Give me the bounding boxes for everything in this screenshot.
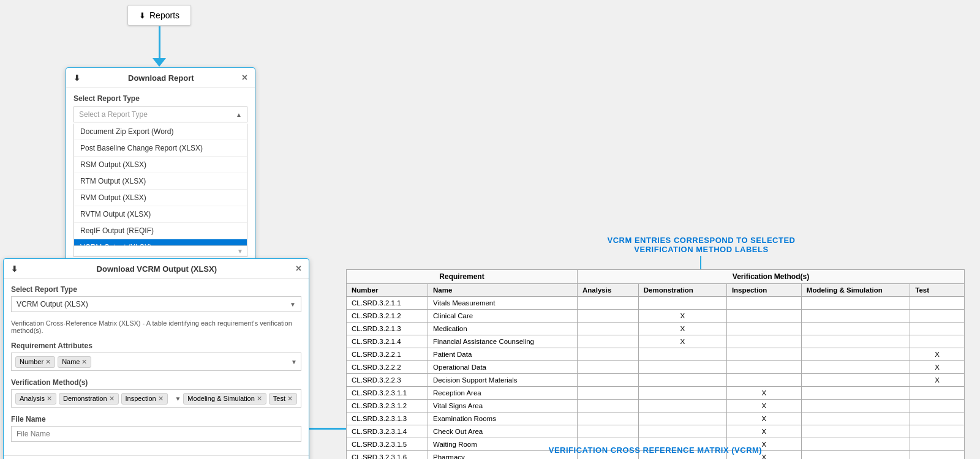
ver-tag-demonstration-remove[interactable]: ✕ <box>109 395 115 403</box>
dropdown-item-5[interactable]: RVTM Output (XLSX) <box>74 206 247 223</box>
download-report-dialog: ⬇ Download Report × Select Report Type S… <box>66 67 255 264</box>
cell-test-4: X <box>910 348 965 361</box>
ver-tag-inspection[interactable]: Inspection ✕ <box>121 393 168 405</box>
cell-analysis-7 <box>577 387 638 400</box>
vcrm-annotation-top: VCRM ENTRIES CORRESPOND TO SELECTED VERI… <box>564 236 839 254</box>
cell-test-9 <box>910 412 965 425</box>
cell-number-2: CL.SRD.3.2.1.3 <box>347 323 428 335</box>
req-tag-name-remove[interactable]: ✕ <box>81 358 87 366</box>
header-verification: Verification Method(s) <box>577 270 964 284</box>
cell-name-8: Vital Signs Area <box>428 400 578 412</box>
cell-modeling-6 <box>801 374 910 387</box>
cell-inspection-0 <box>726 297 801 310</box>
dropdown-scroll-down-icon[interactable]: ▼ <box>237 248 243 255</box>
dropdown-item-2[interactable]: RSM Output (XLSX) <box>74 157 247 173</box>
reports-button-label: Reports <box>149 10 179 20</box>
cell-name-7: Reception Area <box>428 387 578 400</box>
req-tag-name[interactable]: Name ✕ <box>58 356 91 368</box>
table-row: CL.SRD.3.2.1.4 Financial Assistance Coun… <box>347 335 965 348</box>
dialog2-file-name-input[interactable] <box>11 426 301 442</box>
dialog2-req-attrs-label: Requirement Attributes <box>11 341 301 350</box>
dropdown-item-0[interactable]: Document Zip Export (Word) <box>74 124 247 140</box>
ver-tag-demonstration[interactable]: Demonstration ✕ <box>59 393 119 405</box>
cell-number-7: CL.SRD.3.2.3.1.1 <box>347 387 428 400</box>
cell-modeling-1 <box>801 310 910 323</box>
cell-analysis-5 <box>577 361 638 374</box>
cell-modeling-3 <box>801 335 910 348</box>
vcrm-table: Requirement Verification Method(s) Numbe… <box>346 269 965 459</box>
chevron-down-icon: ▼ <box>290 301 296 308</box>
cell-modeling-9 <box>801 412 910 425</box>
cell-test-7 <box>910 387 965 400</box>
cell-inspection-4 <box>726 348 801 361</box>
req-tag-number[interactable]: Number ✕ <box>15 356 55 368</box>
dialog2-body: Select Report Type VCRM Output (XLSX) ▼ … <box>4 279 309 455</box>
ver-tag-test-remove[interactable]: ✕ <box>287 395 293 403</box>
cell-name-6: Decision Support Materials <box>428 374 578 387</box>
vcrm-annotation-line2: VERIFICATION METHOD LABELS <box>564 245 839 254</box>
dropdown-item-4[interactable]: RVM Output (XLSX) <box>74 190 247 206</box>
cell-analysis-10 <box>577 425 638 438</box>
dialog1-close-button[interactable]: × <box>242 73 247 83</box>
ver-methods-chevron: ▼ <box>175 395 181 402</box>
dropdown-item-6[interactable]: ReqIF Output (REQIF) <box>74 223 247 239</box>
cell-analysis-3 <box>577 335 638 348</box>
cell-test-12 <box>910 451 965 460</box>
table-row: CL.SRD.3.2.2.1 Patient Data X <box>347 348 965 361</box>
table-row: CL.SRD.3.2.3.1.1 Reception Area X <box>347 387 965 400</box>
dialog1-select-field[interactable]: Select a Report Type ▲ <box>74 106 247 122</box>
dropdown-item-3[interactable]: RTM Output (XLSX) <box>74 173 247 190</box>
cell-inspection-7: X <box>726 387 801 400</box>
ver-tag-inspection-label: Inspection <box>126 395 156 402</box>
cell-inspection-2 <box>726 323 801 335</box>
cell-inspection-6 <box>726 374 801 387</box>
cell-demo-9 <box>638 412 726 425</box>
cell-number-9: CL.SRD.3.2.3.1.3 <box>347 412 428 425</box>
cell-number-5: CL.SRD.3.2.2.2 <box>347 361 428 374</box>
cell-demo-0 <box>638 297 726 310</box>
table-row: CL.SRD.3.2.1.1 Vitals Measurement <box>347 297 965 310</box>
ver-tag-inspection-remove[interactable]: ✕ <box>158 395 164 403</box>
req-tag-number-remove[interactable]: ✕ <box>45 358 51 366</box>
dialog2-close-button[interactable]: × <box>296 264 301 274</box>
cell-name-10: Check Out Area <box>428 425 578 438</box>
cell-number-11: CL.SRD.3.2.3.1.5 <box>347 438 428 451</box>
ver-tag-modeling-remove[interactable]: ✕ <box>257 395 262 403</box>
cell-name-4: Patient Data <box>428 348 578 361</box>
ver-tag-analysis[interactable]: Analysis ✕ <box>15 393 56 405</box>
cell-modeling-12 <box>801 451 910 460</box>
ver-tag-modeling[interactable]: Modeling & Simulation ✕ <box>183 393 266 405</box>
cell-analysis-2 <box>577 323 638 335</box>
cell-modeling-4 <box>801 348 910 361</box>
cell-demo-5 <box>638 361 726 374</box>
dialog1-dropdown-list: Document Zip Export (Word) Post Baseline… <box>74 124 247 246</box>
cell-number-6: CL.SRD.3.2.2.3 <box>347 374 428 387</box>
dropdown-item-7[interactable]: VCRM Output (XLSX) <box>74 239 247 246</box>
req-tag-name-label: Name <box>62 358 80 365</box>
cell-test-10 <box>910 425 965 438</box>
cell-inspection-10: X <box>726 425 801 438</box>
table-row: CL.SRD.3.2.3.1.4 Check Out Area X <box>347 425 965 438</box>
dropdown-item-1[interactable]: Post Baseline Change Report (XLSX) <box>74 140 247 157</box>
cell-name-0: Vitals Measurement <box>428 297 578 310</box>
dialog2-ver-methods-tags: Analysis ✕ Demonstration ✕ Inspection ✕ … <box>11 389 301 408</box>
col-header-test: Test <box>910 284 965 297</box>
dialog2-report-type-select[interactable]: VCRM Output (XLSX) ▼ <box>11 296 301 312</box>
dialog2-ver-methods-row: Verification Method(s) Analysis ✕ Demons… <box>11 378 301 408</box>
dialog1-title-icon: ⬇ <box>74 73 80 83</box>
cell-modeling-5 <box>801 361 910 374</box>
cell-test-0 <box>910 297 965 310</box>
arrow-line-reports-to-dialog1 <box>159 26 160 60</box>
ver-tag-test[interactable]: Test ✕ <box>269 393 297 405</box>
cell-modeling-7 <box>801 387 910 400</box>
cell-number-3: CL.SRD.3.2.1.4 <box>347 335 428 348</box>
cell-inspection-5 <box>726 361 801 374</box>
col-header-number: Number <box>347 284 428 297</box>
cell-inspection-8: X <box>726 400 801 412</box>
ver-tag-analysis-remove[interactable]: ✕ <box>47 395 52 403</box>
reports-button[interactable]: ⬇ Reports <box>127 5 191 26</box>
cell-test-11 <box>910 438 965 451</box>
cell-test-3 <box>910 335 965 348</box>
cell-modeling-8 <box>801 400 910 412</box>
cell-demo-4 <box>638 348 726 361</box>
